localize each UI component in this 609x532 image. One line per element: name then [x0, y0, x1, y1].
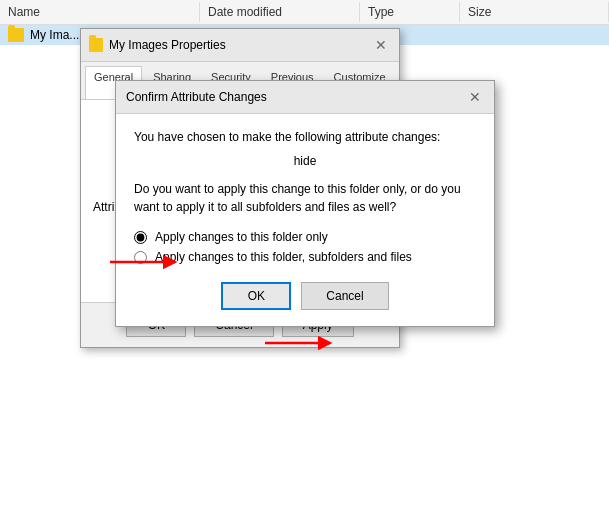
arrow-to-radio: [110, 252, 190, 272]
explorer-column-headers: Name Date modified Type Size: [0, 0, 609, 25]
dialog-ok-button[interactable]: OK: [221, 282, 291, 310]
radio-folder-only[interactable]: [134, 231, 147, 244]
properties-folder-icon: [89, 38, 103, 52]
folder-icon: [8, 28, 24, 42]
properties-titlebar: My Images Properties ✕: [81, 29, 399, 62]
dialog-question-text: Do you want to apply this change to this…: [134, 180, 476, 216]
column-type: Type: [360, 2, 460, 22]
column-name: Name: [0, 2, 200, 22]
dialog-attribute-text: hide: [134, 154, 476, 168]
folder-name: My Ima...: [30, 28, 79, 42]
properties-title: My Images Properties: [109, 38, 226, 52]
column-size: Size: [460, 2, 609, 22]
radio-all-label: Apply changes to this folder, subfolders…: [155, 250, 412, 264]
dialog-body: You have chosen to make the following at…: [116, 114, 494, 326]
dialog-cancel-button[interactable]: Cancel: [301, 282, 388, 310]
dialog-buttons: OK Cancel: [134, 278, 476, 310]
arrow-to-ok: [265, 333, 345, 353]
confirm-dialog: Confirm Attribute Changes ✕ You have cho…: [115, 80, 495, 327]
dialog-intro-text: You have chosen to make the following at…: [134, 130, 476, 144]
radio-folder-only-row: Apply changes to this folder only: [134, 230, 476, 244]
dialog-title: Confirm Attribute Changes: [126, 90, 267, 104]
titlebar-left: My Images Properties: [89, 38, 226, 52]
properties-close-button[interactable]: ✕: [371, 35, 391, 55]
radio-folder-only-label: Apply changes to this folder only: [155, 230, 328, 244]
column-date: Date modified: [200, 2, 360, 22]
dialog-close-button[interactable]: ✕: [466, 88, 484, 106]
dialog-titlebar: Confirm Attribute Changes ✕: [116, 81, 494, 114]
